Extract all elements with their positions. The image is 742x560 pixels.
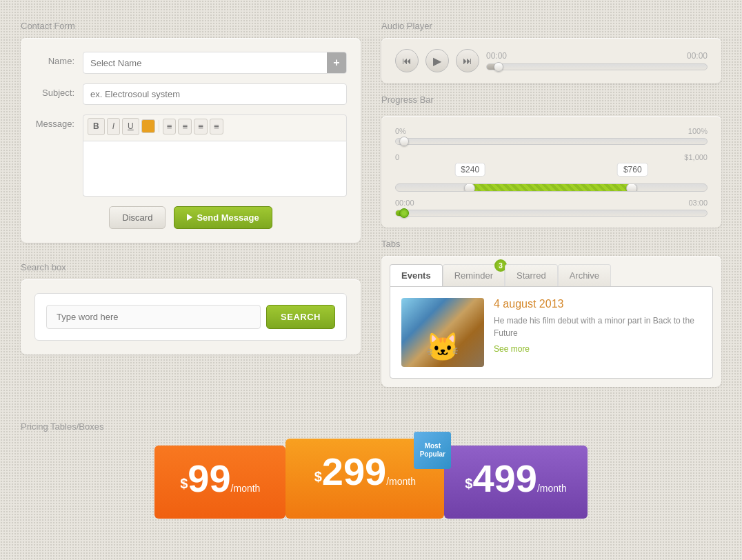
range-bar-track[interactable] <box>395 183 708 192</box>
range-tooltips: $240 $760 <box>395 163 708 182</box>
search-panel: SEARCH <box>21 279 361 354</box>
audio-time-end: 00:00 <box>687 51 708 61</box>
progress-bar-title: Progress Bar <box>381 94 721 105</box>
time-end: 03:00 <box>688 199 708 207</box>
color-picker-button[interactable] <box>141 119 155 133</box>
range-tooltip-left: $240 <box>454 163 485 177</box>
align-right-button[interactable]: ≡ <box>194 119 208 134</box>
event-image: 🐱 <box>401 298 484 367</box>
tab-events[interactable]: Events <box>390 264 443 286</box>
message-row: Message: B I U ≡ ≡ ≡ <box>34 114 347 197</box>
align-left-button[interactable]: ≡ <box>163 119 177 134</box>
event-desc: He made his film debut with a minor part… <box>494 314 701 339</box>
form-actions: Discard Send Message <box>34 206 347 229</box>
pricing-cards: $99/month Most Popular $299/month $499/m… <box>21 439 721 519</box>
range-bar-fill <box>470 184 632 191</box>
subject-input[interactable] <box>83 83 347 105</box>
price-display-1: $99/month <box>175 459 265 498</box>
tabs-header: Events Reminder 3 Starred Archive <box>381 256 721 286</box>
pricing-card-premium: $499/month <box>444 446 587 519</box>
progress-panel: 0% 100% 0 $1,000 $240 $760 <box>381 116 721 228</box>
audio-controls: ⏮ ▶ ⏭ 00:00 00:00 <box>395 49 708 72</box>
range-labels: 0 $1,000 <box>395 153 708 161</box>
audio-panel: ⏮ ▶ ⏭ 00:00 00:00 <box>381 38 721 83</box>
progress-bar-section: Progress Bar 0% 100% 0 $1,000 $240 $760 <box>381 94 721 228</box>
most-popular-badge: Most Popular <box>414 432 451 469</box>
name-label: Name: <box>34 52 83 66</box>
contact-form-section: Contact Form Name: + Subject: Mes <box>21 21 361 243</box>
discard-button[interactable]: Discard <box>109 206 166 229</box>
see-more-link[interactable]: See more <box>494 344 530 354</box>
currency-1: $ <box>180 476 188 491</box>
send-icon <box>187 214 192 221</box>
bold-button[interactable]: B <box>88 118 105 135</box>
message-textarea[interactable] <box>83 141 347 197</box>
align-justify-button[interactable]: ≡ <box>210 119 223 134</box>
subject-row: Subject: <box>34 83 347 105</box>
range-knob-right[interactable] <box>626 183 637 192</box>
tab-starred[interactable]: Starred <box>505 264 558 286</box>
price-display-2: $299/month <box>306 452 423 491</box>
name-row: Name: + <box>34 52 347 74</box>
pricing-section: Pricing Tables/Boxes $99/month Most Popu… <box>21 421 721 519</box>
pct-end: 100% <box>688 127 708 135</box>
price-3: 499 <box>472 457 537 500</box>
send-button[interactable]: Send Message <box>174 206 272 229</box>
time-knob[interactable] <box>399 208 409 218</box>
time-start: 00:00 <box>395 199 414 207</box>
audio-player-section: Audio Player ⏮ ▶ ⏭ 00:00 00:00 <box>381 21 721 83</box>
search-inner: SEARCH <box>34 293 347 341</box>
range-mid: $1,000 <box>684 153 708 161</box>
pricing-card-popular: Most Popular $299/month <box>285 439 444 519</box>
tab-reminder[interactable]: Reminder 3 <box>443 264 505 286</box>
event-date: 4 august 2013 <box>494 298 701 310</box>
pricing-title: Pricing Tables/Boxes <box>21 421 721 432</box>
search-button[interactable]: SEARCH <box>266 305 335 329</box>
audio-track: 00:00 00:00 <box>486 51 708 70</box>
play-button[interactable]: ▶ <box>425 49 449 72</box>
currency-3: $ <box>465 476 472 491</box>
search-input[interactable] <box>46 305 261 329</box>
range-knob-left[interactable] <box>464 183 475 192</box>
price-2: 299 <box>322 450 386 493</box>
range-tooltip-right: $760 <box>617 163 648 177</box>
tabs-title: Tabs <box>381 239 721 249</box>
event-image-cat: 🐱 <box>425 331 460 363</box>
forward-button[interactable]: ⏭ <box>456 49 479 72</box>
message-label: Message: <box>34 114 83 129</box>
period-1: /month <box>231 483 261 494</box>
pct-knob[interactable] <box>399 137 409 146</box>
audio-times: 00:00 00:00 <box>486 51 708 61</box>
name-input[interactable] <box>83 53 327 73</box>
pct-labels: 0% 100% <box>395 127 708 135</box>
contact-form-panel: Name: + Subject: Message: <box>21 38 361 243</box>
period-3: /month <box>537 483 567 494</box>
tab-content: 🐱 4 august 2013 He made his film debut w… <box>390 286 713 379</box>
message-toolbar: B I U ≡ ≡ ≡ ≡ <box>83 114 347 141</box>
align-center-button[interactable]: ≡ <box>178 119 192 134</box>
search-row: SEARCH <box>46 305 335 329</box>
price-display-3: $499/month <box>465 459 566 498</box>
time-bar-track[interactable] <box>395 210 708 217</box>
price-1: 99 <box>188 457 230 500</box>
underline-button[interactable]: U <box>122 118 139 135</box>
pricing-card-basic: $99/month <box>154 446 285 519</box>
audio-track-bar[interactable] <box>486 63 708 70</box>
contact-form-title: Contact Form <box>21 21 361 31</box>
pct-bar-track[interactable] <box>395 138 708 145</box>
message-area: B I U ≡ ≡ ≡ ≡ <box>83 114 347 197</box>
tab-archive[interactable]: Archive <box>558 264 611 286</box>
add-name-button[interactable]: + <box>327 52 346 73</box>
audio-player-title: Audio Player <box>381 21 721 31</box>
italic-button[interactable]: I <box>107 118 120 135</box>
audio-knob[interactable] <box>494 62 503 72</box>
tabs-panel: Events Reminder 3 Starred Archive 🐱 4 au… <box>381 256 721 387</box>
time-labels: 00:00 03:00 <box>395 199 708 207</box>
event-info: 4 august 2013 He made his film debut wit… <box>494 298 701 354</box>
currency-2: $ <box>314 469 322 484</box>
subject-label: Subject: <box>34 83 83 98</box>
range-start: 0 <box>395 153 399 161</box>
period-2: /month <box>386 476 416 487</box>
pct-start: 0% <box>395 127 406 135</box>
rewind-button[interactable]: ⏮ <box>395 49 419 72</box>
